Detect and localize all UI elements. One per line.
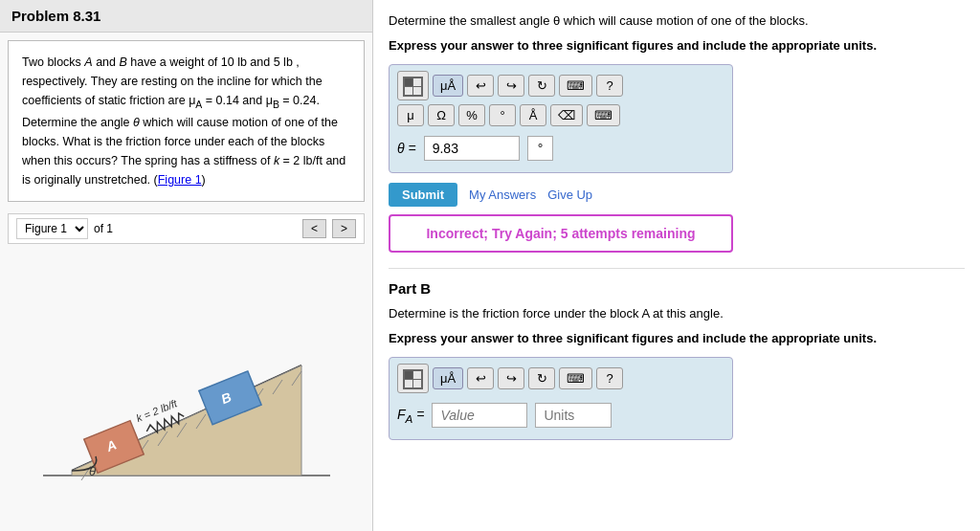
svg-text:k = 2 lb/ft: k = 2 lb/ft <box>134 397 179 424</box>
mu-a-button-b[interactable]: μÅ <box>433 367 463 389</box>
submit-button[interactable]: Submit <box>389 183 457 207</box>
percent-button[interactable]: % <box>458 104 485 126</box>
problem-header: Problem 8.31 <box>0 0 372 33</box>
left-panel: Problem 8.31 Two blocks A and B have a w… <box>0 0 373 531</box>
figure-select[interactable]: Figure 1 <box>16 218 88 239</box>
grid-icon-button[interactable] <box>397 71 429 100</box>
refresh-button-b[interactable]: ↻ <box>528 367 555 389</box>
figure-controls: Figure 1 of 1 < > <box>8 213 365 244</box>
omega-button[interactable]: Ω <box>428 104 455 126</box>
my-answers-link[interactable]: My Answers <box>469 188 536 202</box>
toolbar-row-1: μÅ ↩ ↪ ↻ ⌨ ? <box>397 71 724 100</box>
redo-button[interactable]: ↪ <box>498 75 524 97</box>
give-up-link[interactable]: Give Up <box>547 188 592 202</box>
toolbar-part-a: μÅ ↩ ↪ ↻ ⌨ ? μ Ω % ° Å ⌫ ⌨ θ = ° <box>389 64 733 173</box>
keyboard2-button[interactable]: ⌨ <box>587 104 620 126</box>
toolbar-b-row-1: μÅ ↩ ↪ ↻ ⌨ ? <box>397 364 724 393</box>
incorrect-message: Incorrect; Try Again; 5 attempts remaini… <box>389 214 733 253</box>
undo-button[interactable]: ↩ <box>467 75 494 97</box>
angstrom-button[interactable]: Å <box>520 104 546 126</box>
fa-answer-row: FA = <box>397 403 724 428</box>
mu-a-button[interactable]: μÅ <box>433 75 463 97</box>
refresh-button[interactable]: ↻ <box>528 75 555 97</box>
grid-icon-button-b[interactable] <box>397 364 429 393</box>
figure1-link[interactable]: Figure 1 <box>158 173 202 187</box>
figure-svg: A k = 2 lb/ft B θ <box>24 275 349 504</box>
part-a-question: Determine the smallest angle θ which wil… <box>389 11 965 31</box>
part-a-bold: Express your answer to three significant… <box>389 36 965 55</box>
toolbar-row-2: μ Ω % ° Å ⌫ ⌨ <box>397 104 724 126</box>
help-button-b[interactable]: ? <box>596 367 623 389</box>
backspace-button[interactable]: ⌫ <box>550 104 583 126</box>
part-b-question: Determine is the friction force under th… <box>389 304 965 323</box>
part-b-bold: Express your answer to three significant… <box>389 329 965 348</box>
help-button[interactable]: ? <box>596 75 623 97</box>
prev-figure-button[interactable]: < <box>302 219 326 238</box>
figure-of: of 1 <box>94 222 113 235</box>
theta-label: θ = <box>397 141 416 156</box>
answer-input[interactable] <box>424 136 520 161</box>
right-panel: Determine the smallest angle θ which wil… <box>373 0 980 531</box>
keyboard-button[interactable]: ⌨ <box>559 75 592 97</box>
toolbar-part-b: μÅ ↩ ↪ ↻ ⌨ ? FA = <box>389 357 733 440</box>
part-b-header: Part B <box>389 268 965 297</box>
action-row: Submit My Answers Give Up <box>389 183 965 207</box>
keyboard-button-b[interactable]: ⌨ <box>559 367 592 389</box>
answer-row: θ = ° <box>397 136 724 161</box>
svg-text:θ: θ <box>89 464 96 478</box>
next-figure-button[interactable]: > <box>332 219 356 238</box>
degree-display: ° <box>527 136 554 161</box>
problem-text: Two blocks A and B have a weight of 10 l… <box>8 40 365 202</box>
fa-label: FA = <box>397 407 424 425</box>
undo-button-b[interactable]: ↩ <box>467 367 494 389</box>
degree-button[interactable]: ° <box>489 104 516 126</box>
fa-value-input[interactable] <box>432 403 527 428</box>
mu-lower-button[interactable]: μ <box>397 104 424 126</box>
fa-units-input[interactable] <box>535 403 612 428</box>
figure-area: A k = 2 lb/ft B θ <box>0 248 372 531</box>
redo-button-b[interactable]: ↪ <box>498 367 524 389</box>
